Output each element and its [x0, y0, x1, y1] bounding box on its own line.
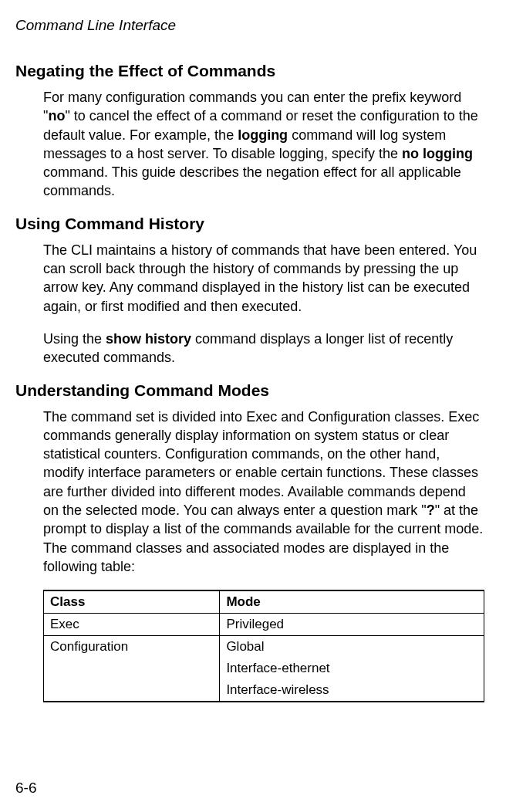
bold-text: no logging — [402, 146, 473, 161]
section-modes: Understanding Command Modes The command … — [15, 381, 484, 703]
section-title-history: Using Command History — [15, 215, 484, 233]
section-title-negating: Negating the Effect of Commands — [15, 62, 484, 80]
page-header: Command Line Interface — [15, 17, 484, 34]
page-number: 6-6 — [15, 780, 36, 797]
table-header-class: Class — [44, 590, 220, 614]
paragraph-negating: For many configuration commands you can … — [43, 88, 484, 201]
paragraph-modes: The command set is divided into Exec and… — [43, 408, 484, 577]
section-history: Using Command History The CLI maintains … — [15, 215, 484, 367]
table-cell: Exec — [44, 614, 220, 636]
table-cell: Global — [220, 636, 484, 658]
paragraph-history-2: Using the show history command displays … — [43, 330, 484, 367]
modes-table: Class Mode Exec Privileged Configuration… — [43, 590, 484, 702]
table-row: Configuration Global — [44, 636, 484, 658]
section-negating: Negating the Effect of Commands For many… — [15, 62, 484, 201]
table-cell: Interface-wireless — [220, 679, 484, 702]
table-cell: Privileged — [220, 614, 484, 636]
table-cell: Configuration — [44, 636, 220, 702]
table-header-row: Class Mode — [44, 590, 484, 614]
text: The command set is divided into Exec and… — [43, 409, 479, 518]
table-header-mode: Mode — [220, 590, 484, 614]
bold-text: ? — [427, 502, 435, 518]
table-cell: Interface-ethernet — [220, 658, 484, 679]
paragraph-history-1: The CLI maintains a history of commands … — [43, 241, 484, 316]
bold-text: no — [48, 108, 65, 123]
bold-text: show history — [106, 331, 191, 347]
section-title-modes: Understanding Command Modes — [15, 381, 484, 400]
text: Using the — [43, 331, 106, 347]
table-row: Exec Privileged — [44, 614, 484, 636]
bold-text: logging — [238, 127, 288, 143]
text: command. This guide describes the negati… — [43, 164, 461, 198]
